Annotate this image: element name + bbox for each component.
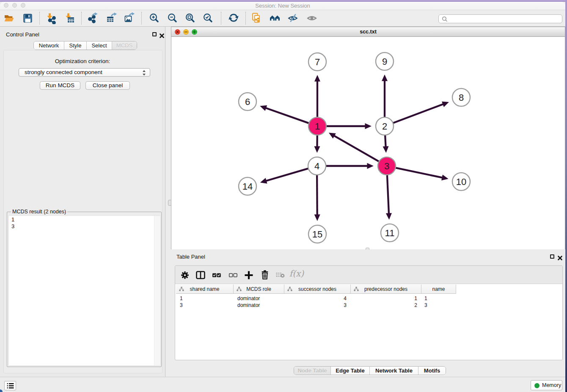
graph-edge-3-10[interactable] xyxy=(395,168,443,178)
column-header-MCDS-role[interactable]: MCDS role xyxy=(234,284,284,294)
table-tab-network-table[interactable]: Network Table xyxy=(370,367,418,375)
deselect-all-icon[interactable] xyxy=(228,270,239,281)
refresh-view-icon[interactable] xyxy=(228,12,240,24)
table-cell: 3 xyxy=(176,302,234,309)
desktop-background-top xyxy=(0,0,567,2)
copy-view-icon[interactable] xyxy=(250,12,262,24)
table-row[interactable]: 3dominator323 xyxy=(176,302,456,309)
graph-edge-arrowhead xyxy=(260,178,267,183)
function-builder-icon[interactable]: f(x) xyxy=(288,268,305,279)
tab-network[interactable]: Network xyxy=(34,41,64,50)
memory-button[interactable]: Memory xyxy=(531,380,562,390)
open-session-icon[interactable] xyxy=(3,12,15,24)
table-tab-edge-table[interactable]: Edge Table xyxy=(331,367,370,375)
toolbar-separator xyxy=(245,12,246,25)
table-panel-float-icon[interactable] xyxy=(550,254,554,259)
import-table-icon[interactable] xyxy=(64,12,76,24)
window-titlebar: Session: New Session xyxy=(0,2,565,10)
graph-node-label-3: 3 xyxy=(384,161,389,171)
control-panel-float-icon[interactable] xyxy=(152,32,157,36)
export-image-icon[interactable] xyxy=(124,12,135,24)
graph-edge-arrowhead xyxy=(382,75,388,81)
graph-node-label-14: 14 xyxy=(242,181,253,192)
window-title: Session: New Session xyxy=(0,3,565,9)
export-network-icon[interactable] xyxy=(87,12,99,24)
delete-table-icon[interactable] xyxy=(275,270,286,281)
result-scrollbar[interactable] xyxy=(154,216,160,365)
graph-edge-4-15[interactable] xyxy=(317,174,317,215)
graph-node-label-2: 2 xyxy=(382,121,387,132)
hide-panel-icon[interactable] xyxy=(287,12,299,24)
select-all-icon[interactable] xyxy=(211,270,222,281)
graph-node-label-11: 11 xyxy=(385,228,395,238)
column-header-successor-nodes[interactable]: successor nodes xyxy=(284,284,351,294)
search-icon xyxy=(442,16,448,22)
table-rows: 1dominator4113dominator323 xyxy=(176,295,456,309)
table-cell: 2 xyxy=(351,302,421,309)
status-bar: Memory xyxy=(0,377,565,392)
save-session-icon[interactable] xyxy=(22,12,34,24)
close-panel-button[interactable]: Close panel xyxy=(85,81,130,90)
table-cell: 3 xyxy=(421,302,456,309)
control-panel-tabs: NetworkStyleSelectMCDS xyxy=(33,41,137,50)
toolbar-separator xyxy=(39,12,40,25)
zoom-fit-icon[interactable] xyxy=(184,12,196,24)
criterion-dropdown[interactable]: strongly connected component xyxy=(19,68,150,77)
network-window-title: scc.txt xyxy=(171,29,565,35)
import-network-icon[interactable] xyxy=(45,12,57,24)
split-view-icon[interactable] xyxy=(195,270,206,281)
table-panel-tabs: Node TableEdge TableNetwork TableMotifs xyxy=(294,366,446,375)
memory-button-label: Memory xyxy=(542,382,561,388)
graph-edge-arrowhead xyxy=(314,75,320,82)
table-tab-node-table[interactable]: Node Table xyxy=(294,367,331,375)
graph-edge-2-3[interactable] xyxy=(385,135,386,147)
add-column-icon[interactable] xyxy=(243,270,254,281)
zoom-out-icon[interactable] xyxy=(167,12,179,24)
graph-edge-2-8[interactable] xyxy=(393,104,443,123)
network-view-window: scc.txt 1234678910111415 xyxy=(171,27,565,249)
column-header-shared-name[interactable]: shared name xyxy=(176,284,234,294)
table-row[interactable]: 1dominator411 xyxy=(176,295,456,302)
tab-select[interactable]: Select xyxy=(87,41,112,50)
application-window: Session: New Session xyxy=(0,2,565,392)
search-input[interactable] xyxy=(438,14,562,23)
graph-edge-arrowhead xyxy=(365,123,372,129)
graph-edge-arrowhead xyxy=(441,175,449,181)
show-panel-icon[interactable] xyxy=(306,12,318,24)
table-cell: dominator xyxy=(234,295,284,302)
column-header-name[interactable]: name xyxy=(421,284,456,294)
column-header-label: MCDS role xyxy=(246,286,271,292)
export-table-icon[interactable] xyxy=(106,12,118,24)
mcds-result-text: 1 3 xyxy=(11,216,14,230)
graph-edge-1-6[interactable] xyxy=(266,108,309,123)
toolbar-separator xyxy=(141,12,142,25)
table-panel-close-icon[interactable] xyxy=(558,254,562,259)
graph-edge-arrowhead xyxy=(367,163,374,169)
graph-edge-arrowhead xyxy=(442,102,449,107)
graph-edge-3-11[interactable] xyxy=(387,174,389,214)
tab-style[interactable]: Style xyxy=(64,41,87,50)
graph-node-label-9: 9 xyxy=(382,56,387,67)
delete-column-icon[interactable] xyxy=(259,270,270,281)
column-header-predecessor-nodes[interactable]: predecessor nodes xyxy=(351,284,421,294)
control-panel-close-icon[interactable] xyxy=(160,32,164,37)
network-window-titlebar[interactable]: scc.txt xyxy=(171,27,565,37)
network-canvas[interactable]: 1234678910111415 xyxy=(171,37,565,249)
graph-node-label-7: 7 xyxy=(315,57,320,67)
zoom-in-icon[interactable] xyxy=(149,12,160,24)
toolbar-separator xyxy=(81,12,82,25)
settings-icon[interactable] xyxy=(179,270,190,281)
table-tab-motifs[interactable]: Motifs xyxy=(418,367,446,375)
graph-edge-arrowhead xyxy=(260,105,267,111)
graph-edge-4-14[interactable] xyxy=(266,168,309,181)
mcds-result-textarea[interactable]: 1 3 xyxy=(8,215,161,366)
task-history-button[interactable] xyxy=(4,381,16,390)
criterion-dropdown-value: strongly connected component xyxy=(25,69,102,75)
graph-edge-arrowhead xyxy=(314,214,320,221)
apply-layout-icon[interactable] xyxy=(269,12,281,24)
run-mcds-button[interactable]: Run MCDS xyxy=(40,81,80,90)
graph-edge-3-1[interactable] xyxy=(334,136,379,162)
graph-node-label-6: 6 xyxy=(245,97,250,107)
zoom-selected-icon[interactable] xyxy=(202,12,214,24)
tab-mcds[interactable]: MCDS xyxy=(112,41,137,50)
